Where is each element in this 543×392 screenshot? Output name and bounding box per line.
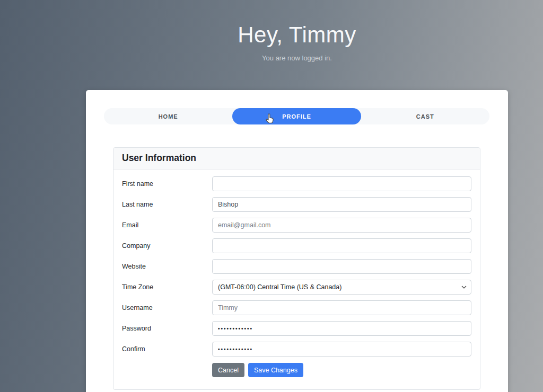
form-row: Last name	[122, 197, 471, 212]
field-control	[212, 342, 471, 357]
tab-bar: HOMEPROFILECAST	[104, 108, 489, 124]
field-control	[212, 300, 471, 315]
field-label: Time Zone	[122, 283, 212, 291]
field-control	[212, 259, 471, 274]
form-row: Time Zone (GMT-06:00) Central Time (US &…	[122, 280, 471, 295]
field-control	[212, 218, 471, 233]
page-subtitle: You are now logged in.	[86, 54, 508, 62]
form-row: Email	[122, 218, 471, 233]
field-label: Username	[122, 304, 212, 311]
field-label: Company	[122, 242, 212, 250]
cancel-button[interactable]: Cancel	[212, 363, 244, 377]
field-control	[212, 176, 471, 191]
form-row: Confirm	[122, 342, 471, 357]
field-label: Confirm	[122, 345, 212, 353]
website-input[interactable]	[212, 259, 471, 274]
form-body: First name Last name Email Company Websi…	[113, 170, 480, 389]
section-title: User Information	[113, 148, 480, 170]
field-label: Website	[122, 263, 212, 270]
form-row: Company	[122, 238, 471, 253]
last-name-input[interactable]	[212, 197, 471, 212]
button-row: Cancel Save Changes	[212, 363, 471, 377]
confirm-input[interactable]	[212, 342, 471, 357]
field-control	[212, 197, 471, 212]
save-changes-button[interactable]: Save Changes	[248, 363, 303, 377]
field-label: First name	[122, 180, 212, 188]
field-label: Last name	[122, 201, 212, 208]
field-label: Password	[122, 325, 212, 332]
tab-profile[interactable]: PROFILE	[232, 108, 361, 124]
form-row: Username	[122, 300, 471, 315]
field-control: (GMT-06:00) Central Time (US & Canada)	[212, 280, 471, 295]
company-input[interactable]	[212, 238, 471, 253]
password-input[interactable]	[212, 321, 471, 336]
main-card: HOMEPROFILECAST User Information First n…	[86, 90, 508, 392]
time-zone-select[interactable]: (GMT-06:00) Central Time (US & Canada)	[212, 280, 471, 295]
email-input[interactable]	[212, 218, 471, 233]
form-row: Website	[122, 259, 471, 274]
form-row: First name	[122, 176, 471, 191]
field-control	[212, 238, 471, 253]
field-label: Email	[122, 221, 212, 229]
hero-header: Hey, Timmy You are now logged in.	[86, 22, 508, 62]
tab-cast[interactable]: CAST	[361, 108, 489, 124]
field-control	[212, 321, 471, 336]
form-row: Password	[122, 321, 471, 336]
username-input[interactable]	[212, 300, 471, 315]
tab-home[interactable]: HOME	[104, 108, 232, 124]
page-title: Hey, Timmy	[86, 22, 508, 48]
first-name-input[interactable]	[212, 176, 471, 191]
user-information-section: User Information First name Last name Em…	[113, 147, 480, 390]
